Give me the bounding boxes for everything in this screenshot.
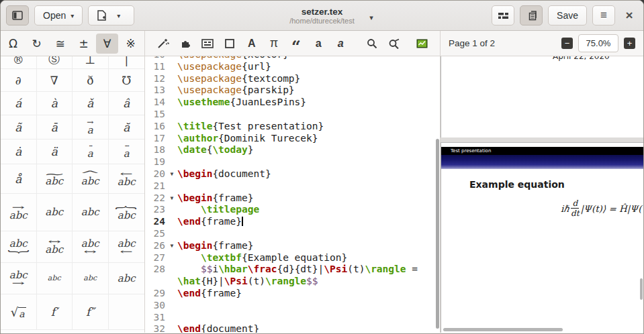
symbol-cell[interactable]: f″ <box>73 294 109 330</box>
code-line-11[interactable]: 11\usepackage{url} <box>145 61 440 73</box>
code-line-16[interactable]: 16\title{Test presentation} <box>145 121 440 133</box>
symbol-tab-misc-math[interactable]: ∀ <box>96 34 118 54</box>
new-document-dropdown-caret[interactable]: ▾ <box>111 12 126 19</box>
code-line-18[interactable]: 18\date{\today} <box>145 144 440 156</box>
code-line-25[interactable]: 25 <box>145 228 440 240</box>
new-document-button[interactable]: ▾ <box>88 5 134 25</box>
pdf-page-1[interactable]: April 22, 2020 <box>441 56 643 138</box>
symbol-cell[interactable]: ⊥ <box>73 56 109 69</box>
symbol-cell[interactable]: ↔abc <box>37 231 73 263</box>
search-replace-button[interactable] <box>383 34 406 54</box>
code-line-21[interactable]: 21 <box>145 180 440 192</box>
code-line-27[interactable]: 27 \textbf{Example equation} <box>145 252 440 264</box>
code-editor[interactable]: 10\usepackage{xcolor}11\usepackage{url}1… <box>145 56 441 333</box>
build-log-button[interactable] <box>411 34 433 54</box>
open-button[interactable]: Open ▾ <box>34 5 83 25</box>
symbol-cell[interactable]: √a <box>1 294 37 330</box>
preview-toggle-button[interactable] <box>520 5 543 25</box>
insert-object-button[interactable] <box>196 34 218 54</box>
code-line-23[interactable]: 23 \titlepage <box>145 204 440 216</box>
quotes-button[interactable]: “ <box>285 34 307 54</box>
symbol-cell[interactable]: à <box>37 92 73 115</box>
fold-marker[interactable]: ▼ <box>167 192 177 205</box>
symbol-cell[interactable]: ă <box>109 115 145 140</box>
symbol-cell[interactable]: ã <box>1 115 37 140</box>
preview-vertical-scrollbar[interactable] <box>640 278 643 300</box>
packages-button[interactable] <box>174 34 196 54</box>
build-button[interactable] <box>492 5 514 25</box>
wizard-button[interactable] <box>152 34 174 54</box>
code-line-14[interactable]: 14\usetheme{JuanLesPins} <box>145 97 440 109</box>
symbol-cell[interactable]: ~abc <box>37 164 73 194</box>
text-style-button[interactable]: A <box>240 34 263 54</box>
code-line-13[interactable]: 13\usepackage{parskip} <box>145 85 440 97</box>
code-line-19[interactable]: 19 <box>145 156 440 168</box>
symbol-cell[interactable]: ä <box>37 140 73 164</box>
symbol-tab-relations[interactable]: ≅ <box>49 34 71 54</box>
symbol-cell[interactable]: {abc <box>109 194 145 231</box>
preview-horizontal-scrollbar[interactable] <box>443 328 563 331</box>
zoom-level-field[interactable]: 75.0% <box>578 34 618 52</box>
save-button[interactable]: Save <box>548 5 587 25</box>
symbol-cell[interactable]: ® <box>1 56 37 69</box>
code-line-12[interactable]: 12\usepackage{textcomp} <box>145 73 440 85</box>
symbol-tab-operators[interactable]: ± <box>73 34 95 54</box>
symbol-cell[interactable]: →a <box>73 115 109 140</box>
code-line-15[interactable]: 15 <box>145 109 440 121</box>
code-line-22[interactable]: 22▼\begin{frame} <box>145 192 440 205</box>
symbol-cell[interactable]: å <box>1 164 37 194</box>
symbol-cell[interactable]: â <box>109 92 145 115</box>
symbol-cell[interactable]: ^abc <box>73 164 109 194</box>
symbol-cell[interactable]: abc{ <box>1 231 37 263</box>
symbol-cell[interactable]: abc→ <box>1 263 37 294</box>
close-button[interactable]: × <box>620 8 638 23</box>
symbol-cell[interactable]: ···a <box>73 140 109 164</box>
sidebar-toggle-button[interactable] <box>6 5 29 25</box>
symbol-cell[interactable]: | <box>109 56 145 69</box>
symbol-cell[interactable]: ā <box>37 115 73 140</box>
frame-button[interactable] <box>218 34 240 54</box>
symbol-cell[interactable]: ȧ <box>1 140 37 164</box>
symbol-cell[interactable]: abc <box>37 263 73 294</box>
fold-marker[interactable]: ▼ <box>167 168 177 180</box>
symbol-cell[interactable]: →abc <box>1 194 37 231</box>
symbol-cell[interactable]: ←abc <box>109 164 145 194</box>
symbol-cell[interactable]: f′ <box>37 294 73 330</box>
symbol-tab-misc-symbols[interactable]: ※ <box>120 34 142 54</box>
code-line-31[interactable]: 31 <box>145 312 440 324</box>
code-line-28[interactable]: 28 $$i\hbar\frac{d}{dt}|\Psi(t)\rangle = <box>145 264 440 276</box>
pdf-page-2[interactable]: Test presentation Example equation iℏ d … <box>441 142 643 333</box>
pdf-preview-panel[interactable]: April 22, 2020 Test presentation Example… <box>441 56 643 333</box>
code-line-26[interactable]: 26▼\begin{frame} <box>145 240 440 252</box>
search-button[interactable] <box>361 34 383 54</box>
fold-marker[interactable]: ▼ <box>167 240 177 252</box>
symbol-cell[interactable]: abc <box>37 194 73 231</box>
italic-button[interactable]: a <box>330 34 352 54</box>
symbol-cell[interactable]: ∇ <box>37 69 73 92</box>
math-button[interactable]: π <box>263 34 285 54</box>
bold-button[interactable]: a <box>308 34 330 54</box>
code-line-17[interactable]: 17\author{Dominik Turecek} <box>145 133 440 145</box>
document-switcher-caret[interactable]: ▾ <box>369 13 373 22</box>
symbol-tab-arrows[interactable]: ↻ <box>26 34 48 54</box>
symbol-cell[interactable]: ℧ <box>109 69 145 92</box>
code-line-32[interactable]: 32\end{document} <box>145 323 440 333</box>
code-line-29[interactable]: 29\end{frame} <box>145 288 440 300</box>
symbol-cell[interactable]: abc <box>73 263 109 294</box>
symbol-cell[interactable]: ····a <box>109 140 145 164</box>
symbol-cell[interactable]: abc← <box>109 231 145 263</box>
symbol-cell[interactable]: ð <box>73 69 109 92</box>
symbol-cell[interactable]: á <box>1 92 37 115</box>
code-line-10[interactable]: 10\usepackage{xcolor} <box>145 56 440 61</box>
symbol-cell[interactable]: abc↔ <box>73 231 109 263</box>
zoom-out-button[interactable]: − <box>561 38 573 49</box>
symbol-cell[interactable]: ∂ <box>1 69 37 92</box>
menu-button[interactable]: ≡ <box>592 5 615 25</box>
symbol-tab-greek-letters[interactable]: Ω <box>2 34 24 54</box>
code-line-20[interactable]: 20▼\begin{document} <box>145 168 440 180</box>
code-line-30[interactable]: 30 <box>145 300 440 312</box>
symbol-cell[interactable]: Ⓢ <box>37 56 73 69</box>
symbol-cell[interactable]: abc <box>73 194 109 231</box>
zoom-in-button[interactable]: + <box>624 38 635 49</box>
code-line-wrap[interactable]: \hat{H}|\Psi(t)\rangle$$ <box>145 276 440 288</box>
